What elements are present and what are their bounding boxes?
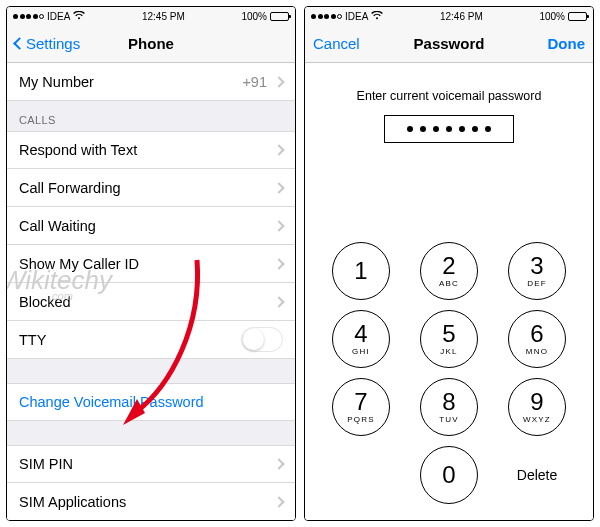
keypad-num: 1 [354,259,367,283]
back-label: Settings [26,35,80,52]
chevron-right-icon [273,496,284,507]
row-sim-applications[interactable]: SIM Applications [7,483,295,520]
status-time: 12:45 PM [142,11,185,22]
keypad-num: 3 [530,254,543,278]
password-dot [459,126,465,132]
keypad-0[interactable]: 0 [420,446,478,504]
keypad-num: 6 [530,322,543,346]
password-dot [446,126,452,132]
keypad-letters: ABC [439,279,459,288]
row-my-number[interactable]: My Number +91 [7,63,295,101]
screen-password-entry: IDEA 12:46 PM 100% Cancel Password Done … [304,6,594,521]
chevron-right-icon [273,458,284,469]
chevron-right-icon [273,182,284,193]
password-dot [485,126,491,132]
back-button[interactable]: Settings [15,35,85,52]
chevron-right-icon [273,144,284,155]
keypad-num: 2 [442,254,455,278]
chevron-right-icon [273,220,284,231]
status-time: 12:46 PM [440,11,483,22]
password-field[interactable] [384,115,514,143]
group-header-calls: CALLS [7,101,295,131]
row-value: +91 [242,74,267,90]
row-blocked[interactable]: Blocked [7,283,295,321]
signal-dots-icon [13,14,44,19]
keypad-1[interactable]: 1 [332,242,390,300]
row-show-caller-id[interactable]: Show My Caller ID [7,245,295,283]
keypad-5[interactable]: 5JKL [420,310,478,368]
keypad-num: 9 [530,390,543,414]
nav-bar: Settings Phone [7,25,295,63]
chevron-right-icon [273,258,284,269]
row-sim-pin[interactable]: SIM PIN [7,445,295,483]
battery-percent: 100% [241,11,267,22]
password-dot [420,126,426,132]
chevron-left-icon [13,37,26,50]
keypad-blank [324,444,398,506]
keypad-8[interactable]: 8TUV [420,378,478,436]
row-label: My Number [19,74,242,90]
keypad-num: 0 [442,463,455,487]
keypad-num: 8 [442,390,455,414]
keypad-num: 4 [354,322,367,346]
keypad-letters: DEF [527,279,547,288]
password-area: Enter current voicemail password 12ABC3D… [305,63,593,520]
battery-icon [568,12,587,21]
battery-percent: 100% [539,11,565,22]
keypad-num: 5 [442,322,455,346]
keypad-num: 7 [354,390,367,414]
screen-phone-settings: IDEA 12:45 PM 100% Settings Phone Wikite… [6,6,296,521]
row-tty[interactable]: TTY [7,321,295,359]
chevron-right-icon [273,76,284,87]
carrier-label: IDEA [47,11,70,22]
password-prompt: Enter current voicemail password [357,89,542,103]
keypad-delete[interactable]: Delete [517,467,557,483]
keypad-6[interactable]: 6MNO [508,310,566,368]
password-dot [407,126,413,132]
nav-title: Password [383,35,515,52]
keypad-letters: WXYZ [523,415,551,424]
row-call-forwarding[interactable]: Call Forwarding [7,169,295,207]
settings-list: Wikitechy.com My Number +91 CALLS Respon… [7,63,295,520]
signal-dots-icon [311,14,342,19]
status-bar: IDEA 12:45 PM 100% [7,7,295,25]
keypad-letters: TUV [439,415,459,424]
keypad-3[interactable]: 3DEF [508,242,566,300]
keypad-2[interactable]: 2ABC [420,242,478,300]
carrier-label: IDEA [345,11,368,22]
keypad-4[interactable]: 4GHI [332,310,390,368]
row-change-voicemail-password[interactable]: Change Voicemail Password [7,383,295,421]
row-call-waiting[interactable]: Call Waiting [7,207,295,245]
keypad-letters: JKL [440,347,457,356]
status-bar: IDEA 12:46 PM 100% [305,7,593,25]
chevron-right-icon [273,296,284,307]
keypad-letters: GHI [352,347,370,356]
password-dot [433,126,439,132]
keypad: 12ABC3DEF4GHI5JKL6MNO7PQRS8TUV9WXYZ0Dele… [324,240,574,506]
keypad-letters: PQRS [347,415,374,424]
nav-bar: Cancel Password Done [305,25,593,63]
cancel-button[interactable]: Cancel [313,35,383,52]
tty-toggle[interactable] [241,327,283,352]
keypad-letters: MNO [526,347,548,356]
nav-title: Phone [85,35,217,52]
wifi-icon [73,11,85,22]
row-respond-with-text[interactable]: Respond with Text [7,131,295,169]
battery-icon [270,12,289,21]
wifi-icon [371,11,383,22]
keypad-7[interactable]: 7PQRS [332,378,390,436]
keypad-9[interactable]: 9WXYZ [508,378,566,436]
password-dot [472,126,478,132]
done-button[interactable]: Done [515,35,585,52]
